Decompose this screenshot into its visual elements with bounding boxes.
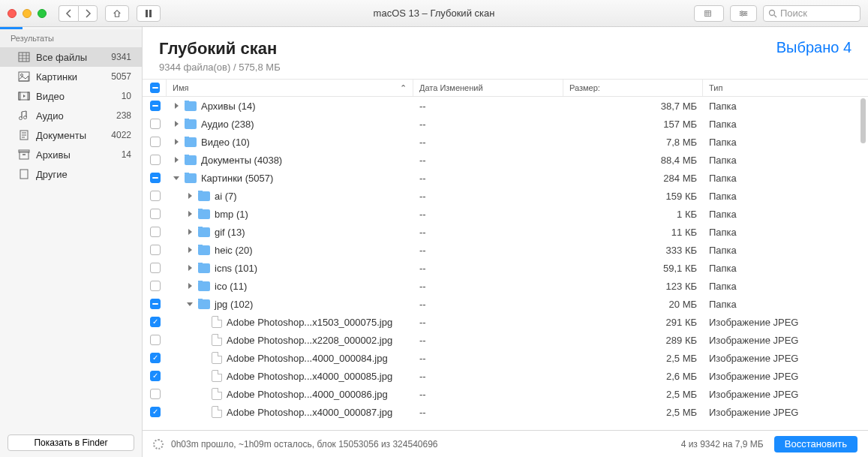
disclosure-closed-icon[interactable] (173, 138, 180, 146)
row-size: 159 КБ (563, 191, 703, 202)
table-row[interactable]: Adobe Photoshop...4000_000084.jpg -- 2,5… (143, 349, 868, 367)
status-summary: 4 из 9342 на 7,9 МБ (681, 439, 764, 449)
sidebar-item-4[interactable]: Документы4022 (0, 125, 142, 145)
svg-point-5 (741, 14, 743, 16)
home-button[interactable] (105, 5, 129, 22)
sidebar-item-0[interactable]: Все файлы9341 (0, 47, 142, 67)
zoom-window-button[interactable] (38, 9, 47, 18)
disclosure-closed-icon[interactable] (186, 228, 194, 236)
table-row[interactable]: bmp (1) -- 1 КБ Папка (143, 205, 868, 223)
row-date: -- (413, 335, 563, 346)
disclosure-closed-icon[interactable] (186, 264, 194, 272)
row-size: 1 КБ (563, 209, 703, 220)
sidebar-item-5[interactable]: Архивы14 (0, 145, 142, 164)
row-checkbox[interactable] (150, 263, 161, 273)
table-row[interactable]: Adobe Photoshop...x1503_000075.jpg -- 29… (143, 313, 868, 331)
row-size: 157 МБ (563, 119, 703, 130)
sidebar-item-3[interactable]: Аудио238 (0, 106, 142, 125)
row-name: Документы (4038) (201, 155, 282, 166)
row-date: -- (413, 263, 563, 274)
table-row[interactable]: Adobe Photoshop...x4000_000087.jpg -- 2,… (143, 403, 868, 421)
row-type: Папка (703, 191, 859, 202)
table-row[interactable]: ai (7) -- 159 КБ Папка (143, 187, 868, 205)
row-checkbox[interactable] (150, 245, 161, 255)
table-row[interactable]: jpg (102) -- 20 МБ Папка (143, 295, 868, 313)
file-icon (212, 370, 222, 382)
row-checkbox[interactable] (150, 119, 161, 129)
back-button[interactable] (59, 5, 78, 22)
column-type[interactable]: Тип (703, 80, 859, 96)
svg-rect-2 (705, 11, 711, 17)
row-checkbox[interactable] (150, 389, 161, 399)
row-checkbox[interactable] (150, 299, 161, 309)
close-window-button[interactable] (8, 9, 17, 18)
disclosure-closed-icon[interactable] (186, 192, 194, 200)
disclosure-closed-icon[interactable] (173, 156, 180, 164)
row-type: Папка (703, 227, 859, 238)
row-checkbox[interactable] (150, 101, 161, 111)
table-row[interactable]: Архивы (14) -- 38,7 МБ Папка (143, 97, 868, 115)
restore-button[interactable]: Восстановить (774, 436, 857, 452)
row-checkbox[interactable] (150, 281, 161, 291)
disclosure-closed-icon[interactable] (173, 120, 180, 128)
row-checkbox[interactable] (150, 317, 161, 327)
column-name[interactable]: Имя⌃ (167, 80, 413, 96)
disclosure-closed-icon[interactable] (173, 102, 180, 110)
row-checkbox[interactable] (150, 353, 161, 363)
column-date[interactable]: Дата Изменений (413, 80, 563, 96)
table-row[interactable]: Adobe Photoshop...x4000_000085.jpg -- 2,… (143, 367, 868, 385)
forward-button[interactable] (78, 5, 98, 22)
row-name: ai (7) (215, 191, 237, 202)
row-checkbox[interactable] (150, 227, 161, 237)
row-checkbox[interactable] (150, 173, 161, 183)
folder-icon (198, 263, 210, 273)
doc-icon (18, 130, 30, 140)
disclosure-open-icon[interactable] (173, 174, 180, 182)
table-row[interactable]: ico (11) -- 123 КБ Папка (143, 277, 868, 295)
page-title: Глубокий скан (159, 39, 281, 59)
table-row[interactable]: Adobe Photoshop...4000_000086.jpg -- 2,5… (143, 385, 868, 403)
file-list[interactable]: Архивы (14) -- 38,7 МБ Папка Аудио (238)… (143, 97, 868, 430)
row-checkbox[interactable] (150, 209, 161, 219)
row-checkbox[interactable] (150, 137, 161, 147)
row-name: Видео (10) (201, 137, 250, 148)
show-in-finder-button[interactable]: Показать в Finder (8, 434, 134, 451)
view-options-button[interactable] (694, 5, 724, 22)
select-all-checkbox[interactable] (150, 83, 160, 93)
sidebar-item-label: Все файлы (36, 52, 87, 63)
sidebar-item-label: Картинки (36, 71, 77, 83)
disclosure-closed-icon[interactable] (186, 246, 194, 254)
row-date: -- (413, 281, 563, 292)
table-row[interactable]: Adobe Photoshop...x2208_000002.jpg -- 28… (143, 331, 868, 349)
table-row[interactable]: gif (13) -- 11 КБ Папка (143, 223, 868, 241)
row-type: Папка (703, 281, 859, 292)
table-row[interactable]: icns (101) -- 59,1 КБ Папка (143, 259, 868, 277)
table-row[interactable]: heic (20) -- 333 КБ Папка (143, 241, 868, 259)
sidebar-item-1[interactable]: Картинки5057 (0, 67, 142, 86)
table-row[interactable]: Документы (4038) -- 88,4 МБ Папка (143, 151, 868, 169)
row-checkbox[interactable] (150, 335, 161, 345)
table-row[interactable]: Картинки (5057) -- 284 МБ Папка (143, 169, 868, 187)
disclosure-open-icon[interactable] (186, 300, 194, 308)
row-date: -- (413, 389, 563, 400)
row-name: Adobe Photoshop...x4000_000087.jpg (227, 407, 392, 418)
row-checkbox[interactable] (150, 191, 161, 201)
row-checkbox[interactable] (150, 155, 161, 165)
row-checkbox[interactable] (150, 407, 161, 417)
scrollbar[interactable] (860, 98, 866, 143)
sidebar-item-6[interactable]: Другие (0, 164, 142, 184)
row-checkbox[interactable] (150, 371, 161, 381)
table-row[interactable]: Аудио (238) -- 157 МБ Папка (143, 115, 868, 133)
settings-button[interactable] (730, 5, 757, 22)
row-size: 333 КБ (563, 245, 703, 256)
sidebar-item-2[interactable]: Видео10 (0, 86, 142, 106)
minimize-window-button[interactable] (23, 9, 32, 18)
row-size: 284 МБ (563, 173, 703, 184)
pause-button[interactable] (137, 5, 161, 22)
column-size[interactable]: Размер: (563, 80, 703, 96)
sidebar: Результаты Все файлы9341Картинки5057Виде… (0, 27, 143, 457)
disclosure-closed-icon[interactable] (186, 210, 194, 218)
disclosure-closed-icon[interactable] (186, 282, 194, 290)
table-row[interactable]: Видео (10) -- 7,8 МБ Папка (143, 133, 868, 151)
search-input[interactable]: Поиск (763, 5, 860, 22)
